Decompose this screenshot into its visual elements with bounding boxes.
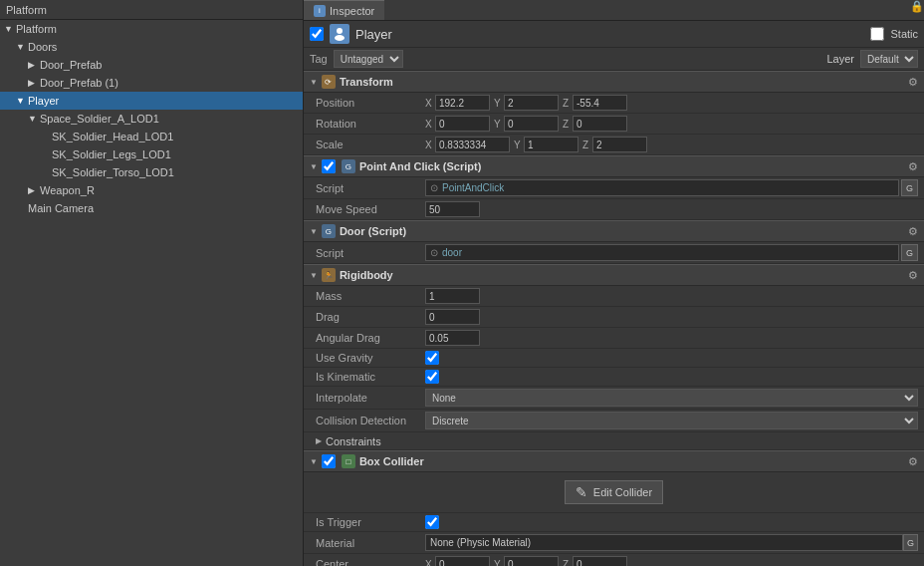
tree-item-space-soldier[interactable]: ▼ Space_Soldier_A_LOD1 [0,110,303,128]
pac-title: Point And Click (Script) [359,160,481,172]
material-value: None (Physic Material) [425,534,903,551]
rotation-label: Rotation [316,118,425,130]
center-y-input[interactable] [504,556,559,566]
material-pick-button[interactable]: G [903,534,918,551]
tree-item-platform[interactable]: ▼ Platform [0,20,303,38]
position-y-input[interactable] [504,95,559,111]
position-row: Position X Y Z [304,93,924,114]
constraints-row[interactable]: ▶ Constraints [304,432,924,450]
tree-label-platform: Platform [16,23,57,35]
scale-x-input[interactable] [435,137,510,152]
tree-item-door-prefab-1[interactable]: ▶ Door_Prefab (1) [0,74,303,92]
tree-item-player[interactable]: ▼ Player [0,92,303,110]
arrow-doors: ▼ [16,42,26,52]
interpolate-dropdown[interactable]: None [425,389,918,407]
tree-label-sk-torso: SK_Soldier_Torso_LOD1 [52,166,174,178]
tree-item-sk-legs[interactable]: SK_Soldier_Legs_LOD1 [0,145,303,163]
transform-title: Transform [340,76,393,88]
transform-arrow: ▼ [310,78,318,87]
tree-item-sk-torso[interactable]: SK_Soldier_Torso_LOD1 [0,163,303,181]
tree-label-door-prefab: Door_Prefab [40,59,102,71]
layer-dropdown[interactable]: Default [860,50,918,68]
tag-dropdown[interactable]: Untagged [334,50,403,68]
pac-settings-icon[interactable]: ⚙ [908,160,918,173]
rotation-z-input[interactable] [573,116,627,132]
tree-label-sk-legs: SK_Soldier_Legs_LOD1 [52,148,171,160]
position-z-input[interactable] [573,95,627,111]
edit-collider-button[interactable]: ✎ Edit Collider [565,480,663,504]
door-section-header[interactable]: ▼ G Door (Script) ⚙ [304,220,924,242]
pac-section-header[interactable]: ▼ G Point And Click (Script) ⚙ [304,155,924,177]
tree-item-sk-head[interactable]: SK_Soldier_Head_LOD1 [0,128,303,145]
tag-label: Tag [310,53,328,65]
is-kinematic-checkbox[interactable] [425,370,439,384]
door-settings: ⚙ [908,225,918,238]
tree-item-doors[interactable]: ▼ Doors [0,38,303,56]
angular-drag-row: Angular Drag [304,328,924,349]
drag-label: Drag [316,311,425,323]
edit-collider-icon: ✎ [576,484,587,500]
position-values: X Y Z [425,95,918,111]
door-settings-icon[interactable]: ⚙ [908,225,918,238]
scale-x-label: X [425,140,433,150]
boxcollider-checkbox[interactable] [322,454,336,468]
boxcollider-section-header[interactable]: ▼ □ Box Collider ⚙ [304,450,924,472]
transform-settings-icon[interactable]: ⚙ [908,76,918,89]
scale-z-group: Z [582,137,647,152]
player-icon [330,24,349,44]
center-x-input[interactable] [435,556,490,566]
pac-checkbox[interactable] [322,159,336,173]
collision-dropdown[interactable]: Discrete [425,412,918,429]
movespeed-label: Move Speed [316,203,425,215]
door-script-row: Script ⊙ door G [304,242,924,264]
angular-drag-input[interactable] [425,330,480,346]
hierarchy-panel: Platform ▼ Platform ▼ Doors ▶ Door_Prefa… [0,0,304,566]
center-z-input[interactable] [573,556,627,566]
drag-input[interactable] [425,309,480,325]
rotation-z-group: Z [563,116,627,132]
rigidbody-section-header[interactable]: ▼ 🏃 Rigidbody ⚙ [304,264,924,286]
rotation-x-group: X [425,116,490,132]
edit-collider-row: ✎ Edit Collider [304,472,924,513]
pac-script-label: Script [316,182,425,194]
scale-y-label: Y [514,140,522,150]
scale-values: X Y Z [425,137,918,152]
tree-item-door-prefab[interactable]: ▶ Door_Prefab [0,56,303,74]
pac-script-btn[interactable]: G [901,179,918,196]
rigidbody-settings-icon[interactable]: ⚙ [908,269,918,282]
scale-y-group: Y [514,137,578,152]
is-trigger-checkbox[interactable] [425,515,439,529]
center-y-label: Y [494,559,502,567]
use-gravity-checkbox[interactable] [425,351,439,365]
scale-z-label: Z [582,140,590,150]
material-name: None (Physic Material) [430,537,531,548]
use-gravity-row: Use Gravity [304,349,924,368]
door-arrow: ▼ [310,227,318,236]
rigidbody-settings: ⚙ [908,269,918,282]
center-x-group: X [425,556,490,566]
mass-input[interactable] [425,288,480,304]
rotation-y-input[interactable] [504,116,559,132]
pac-script-value: ⊙ PointAndClick [425,179,899,196]
tree-item-weapon[interactable]: ▶ Weapon_R [0,181,303,199]
movespeed-input[interactable] [425,201,480,217]
tree-item-main-camera[interactable]: Main Camera [0,199,303,217]
is-trigger-label: Is Trigger [316,516,425,528]
object-active-checkbox[interactable] [310,27,324,41]
lock-icon[interactable]: 🔒 [910,0,924,20]
position-x-input[interactable] [435,95,490,111]
svg-point-0 [337,28,343,34]
transform-settings: ⚙ [908,76,918,89]
door-script-btn[interactable]: G [901,244,918,261]
pac-arrow: ▼ [310,162,318,171]
boxcollider-settings-icon[interactable]: ⚙ [908,455,918,468]
scale-y-input[interactable] [524,137,578,152]
tree-label-player: Player [28,95,59,107]
rotation-x-input[interactable] [435,116,490,132]
scale-z-input[interactable] [592,137,647,152]
is-kinematic-row: Is Kinematic [304,368,924,387]
transform-section-header[interactable]: ▼ ⟳ Transform ⚙ [304,71,924,93]
boxcollider-title: Box Collider [359,455,424,467]
static-checkbox[interactable] [870,27,884,41]
inspector-tab[interactable]: i Inspector [304,0,384,20]
